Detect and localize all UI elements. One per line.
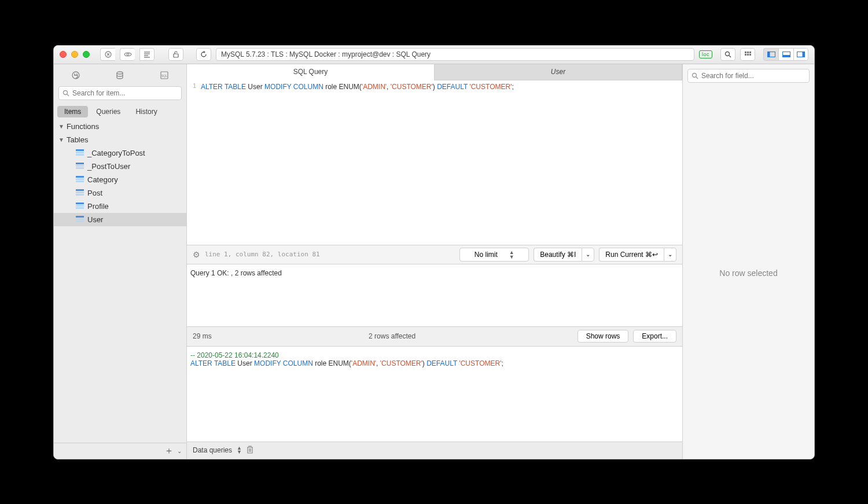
plug-icon[interactable] xyxy=(70,69,82,81)
table-name: _CategoryToPost xyxy=(87,149,145,157)
toggle-right-panel[interactable] xyxy=(793,48,808,61)
right-search-input[interactable] xyxy=(701,72,806,80)
chevron-down-icon: ⌄ xyxy=(586,251,590,257)
svg-rect-37 xyxy=(76,218,84,220)
search-button[interactable] xyxy=(720,48,735,61)
right-search[interactable] xyxy=(687,69,810,83)
table-item[interactable]: Category xyxy=(54,173,186,186)
table-item[interactable]: Post xyxy=(54,186,186,200)
breadcrumb-text: MySQL 5.7.23 : TLS : MySQL Docker : mypr… xyxy=(221,50,431,58)
table-item-selected[interactable]: User xyxy=(54,213,186,226)
query-results: Query 1 OK: , 2 rows affected xyxy=(187,264,682,327)
status-location: line 1, column 82, location 81 xyxy=(205,251,455,258)
sql-icon[interactable]: SQL xyxy=(159,69,170,81)
svg-rect-35 xyxy=(76,207,84,209)
minimize-window-button[interactable] xyxy=(71,51,78,58)
svg-text:SQL: SQL xyxy=(161,74,167,78)
query-history[interactable]: -- 2020-05-22 16:04:14.2240 ALTER TABLE … xyxy=(187,347,682,442)
svg-rect-25 xyxy=(76,165,84,167)
main: SQL Query User 1 ALTER TABLE User MODIFY… xyxy=(187,64,814,459)
sidebar-search-input[interactable] xyxy=(72,89,178,97)
table-name: Post xyxy=(87,189,102,197)
svg-point-17 xyxy=(117,72,123,74)
trash-icon[interactable] xyxy=(247,446,253,455)
search-icon xyxy=(692,72,698,79)
stepper-arrows-icon[interactable]: ▲▼ xyxy=(237,446,242,454)
show-rows-button[interactable]: Show rows xyxy=(578,330,629,343)
tab-history[interactable]: History xyxy=(128,106,164,117)
loc-badge: loc xyxy=(699,50,712,58)
bottombar: Data queries ▲▼ xyxy=(187,442,682,459)
svg-point-20 xyxy=(64,90,68,94)
lock-button[interactable] xyxy=(168,48,183,61)
tab-user[interactable]: User xyxy=(435,64,682,80)
query-time: 29 ms xyxy=(193,332,212,340)
sql-editor[interactable]: 1 ALTER TABLE User MODIFY COLUMN role EN… xyxy=(187,80,682,245)
svg-rect-27 xyxy=(76,176,84,178)
table-icon xyxy=(76,189,84,196)
chevron-down-icon[interactable]: ⌄ xyxy=(177,448,182,454)
table-icon xyxy=(76,176,84,183)
table-item[interactable]: _CategoryToPost xyxy=(54,146,186,160)
grid-button[interactable] xyxy=(740,48,755,61)
run-button-group: Run Current ⌘↩︎ ⌄ xyxy=(599,248,676,262)
table-icon xyxy=(76,216,84,223)
beautify-button[interactable]: Beautify ⌘I xyxy=(534,248,582,262)
table-item[interactable]: Profile xyxy=(54,200,186,213)
svg-rect-23 xyxy=(76,154,84,156)
svg-rect-13 xyxy=(782,55,790,57)
panel-right-icon xyxy=(797,51,805,57)
watch-button[interactable] xyxy=(120,48,135,61)
search-icon xyxy=(62,90,69,97)
beautify-dropdown[interactable]: ⌄ xyxy=(582,248,594,262)
gear-icon[interactable]: ⚙ xyxy=(193,250,200,259)
svg-point-39 xyxy=(693,73,697,77)
table-name: Profile xyxy=(87,202,109,211)
breadcrumb[interactable]: MySQL 5.7.23 : TLS : MySQL Docker : mypr… xyxy=(216,48,694,61)
bottombar-label[interactable]: Data queries xyxy=(193,446,232,454)
add-button[interactable]: ＋ xyxy=(164,445,174,457)
reload-icon xyxy=(200,51,207,58)
run-dropdown[interactable]: ⌄ xyxy=(664,248,676,262)
close-window-button[interactable] xyxy=(60,51,67,58)
zoom-window-button[interactable] xyxy=(83,51,90,58)
stop-button[interactable] xyxy=(100,48,115,61)
sidebar-search[interactable] xyxy=(58,86,182,100)
run-button[interactable]: Run Current ⌘↩︎ xyxy=(599,248,664,262)
svg-rect-36 xyxy=(76,216,84,218)
sidebar-top-icons: SQL xyxy=(54,64,186,84)
svg-rect-15 xyxy=(803,52,805,57)
group-functions[interactable]: ▼ Functions xyxy=(54,120,186,133)
table-item[interactable]: _PostToUser xyxy=(54,160,186,173)
limit-dropdown[interactable]: No limit ▲▼ xyxy=(459,248,529,262)
layout-toggles xyxy=(763,48,808,61)
svg-rect-11 xyxy=(767,52,770,57)
search-icon xyxy=(724,51,731,58)
export-button[interactable]: Export... xyxy=(633,330,676,343)
editor-statusbar: ⚙ line 1, column 82, location 81 No limi… xyxy=(187,245,682,264)
right-empty-state: No row selected xyxy=(683,87,814,459)
svg-rect-31 xyxy=(76,192,84,193)
toggle-bottom-panel[interactable] xyxy=(778,48,793,61)
toggle-left-panel[interactable] xyxy=(763,48,778,61)
body: SQL Items Queries History ▼ Functions ▼ … xyxy=(54,64,814,459)
table-name: Category xyxy=(87,175,118,184)
tab-queries[interactable]: Queries xyxy=(89,106,127,117)
tab-items[interactable]: Items xyxy=(57,106,88,117)
format-button[interactable] xyxy=(139,48,155,61)
svg-rect-7 xyxy=(745,54,746,56)
svg-rect-9 xyxy=(749,54,751,56)
reload-button[interactable] xyxy=(196,48,211,61)
svg-rect-32 xyxy=(76,194,84,196)
svg-point-1 xyxy=(127,53,129,56)
disclosure-triangle-icon: ▼ xyxy=(58,123,64,130)
group-label: Tables xyxy=(67,135,89,144)
svg-rect-5 xyxy=(747,51,749,53)
center-column: SQL Query User 1 ALTER TABLE User MODIFY… xyxy=(187,64,682,459)
group-tables[interactable]: ▼ Tables xyxy=(54,133,186,146)
svg-rect-26 xyxy=(76,167,84,169)
database-icon[interactable] xyxy=(114,69,126,81)
results-text: Query 1 OK: , 2 rows affected xyxy=(190,269,282,277)
svg-rect-24 xyxy=(76,163,84,164)
tab-sql-query[interactable]: SQL Query xyxy=(187,64,435,80)
